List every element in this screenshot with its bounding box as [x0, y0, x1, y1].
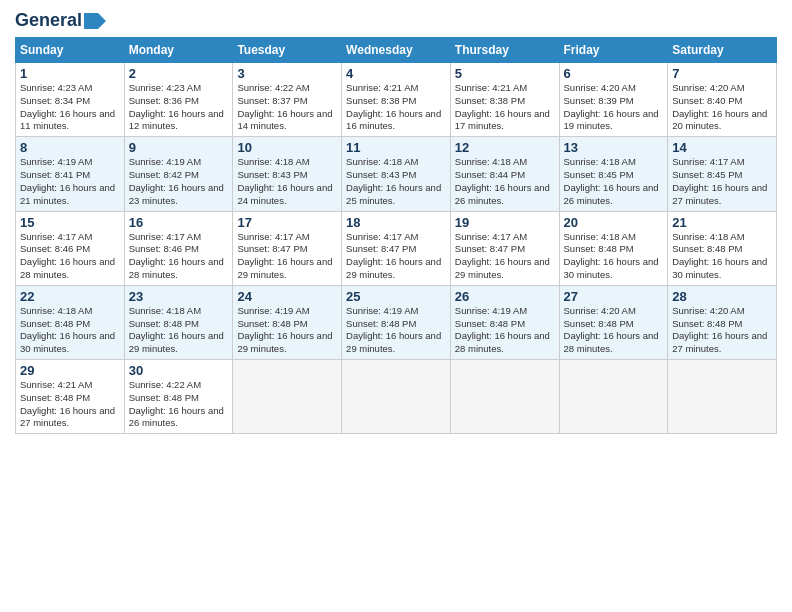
- day-number: 1: [20, 66, 120, 81]
- calendar-cell: 28 Sunrise: 4:20 AMSunset: 8:48 PMDaylig…: [668, 285, 777, 359]
- weekday-header-wednesday: Wednesday: [342, 38, 451, 63]
- calendar-cell: 26 Sunrise: 4:19 AMSunset: 8:48 PMDaylig…: [450, 285, 559, 359]
- weekday-header-tuesday: Tuesday: [233, 38, 342, 63]
- day-number: 25: [346, 289, 446, 304]
- day-info: Sunrise: 4:17 AMSunset: 8:46 PMDaylight:…: [20, 231, 120, 282]
- day-number: 26: [455, 289, 555, 304]
- calendar-cell: 7 Sunrise: 4:20 AMSunset: 8:40 PMDayligh…: [668, 63, 777, 137]
- weekday-header-monday: Monday: [124, 38, 233, 63]
- day-info: Sunrise: 4:20 AMSunset: 8:48 PMDaylight:…: [564, 305, 664, 356]
- day-number: 23: [129, 289, 229, 304]
- day-number: 22: [20, 289, 120, 304]
- weekday-header-thursday: Thursday: [450, 38, 559, 63]
- day-info: Sunrise: 4:18 AMSunset: 8:48 PMDaylight:…: [20, 305, 120, 356]
- calendar-cell: 30 Sunrise: 4:22 AMSunset: 8:48 PMDaylig…: [124, 360, 233, 434]
- logo-icon: [84, 13, 106, 29]
- weekday-header-row: SundayMondayTuesdayWednesdayThursdayFrid…: [16, 38, 777, 63]
- calendar-cell: 23 Sunrise: 4:18 AMSunset: 8:48 PMDaylig…: [124, 285, 233, 359]
- page-container: General SundayMondayTuesdayWednesdayThur…: [0, 0, 792, 444]
- day-number: 12: [455, 140, 555, 155]
- day-info: Sunrise: 4:20 AMSunset: 8:48 PMDaylight:…: [672, 305, 772, 356]
- logo-text-general: General: [15, 10, 82, 31]
- svg-marker-0: [84, 13, 106, 29]
- calendar-cell: 8 Sunrise: 4:19 AMSunset: 8:41 PMDayligh…: [16, 137, 125, 211]
- calendar-cell: [559, 360, 668, 434]
- weekday-header-saturday: Saturday: [668, 38, 777, 63]
- calendar-cell: 15 Sunrise: 4:17 AMSunset: 8:46 PMDaylig…: [16, 211, 125, 285]
- day-number: 4: [346, 66, 446, 81]
- calendar-cell: 22 Sunrise: 4:18 AMSunset: 8:48 PMDaylig…: [16, 285, 125, 359]
- week-row-3: 15 Sunrise: 4:17 AMSunset: 8:46 PMDaylig…: [16, 211, 777, 285]
- day-info: Sunrise: 4:21 AMSunset: 8:38 PMDaylight:…: [346, 82, 446, 133]
- calendar-cell: 6 Sunrise: 4:20 AMSunset: 8:39 PMDayligh…: [559, 63, 668, 137]
- week-row-5: 29 Sunrise: 4:21 AMSunset: 8:48 PMDaylig…: [16, 360, 777, 434]
- day-number: 28: [672, 289, 772, 304]
- day-number: 3: [237, 66, 337, 81]
- day-info: Sunrise: 4:19 AMSunset: 8:48 PMDaylight:…: [455, 305, 555, 356]
- week-row-1: 1 Sunrise: 4:23 AMSunset: 8:34 PMDayligh…: [16, 63, 777, 137]
- day-number: 2: [129, 66, 229, 81]
- day-number: 5: [455, 66, 555, 81]
- day-number: 11: [346, 140, 446, 155]
- calendar-cell: [342, 360, 451, 434]
- day-number: 24: [237, 289, 337, 304]
- day-info: Sunrise: 4:23 AMSunset: 8:34 PMDaylight:…: [20, 82, 120, 133]
- day-info: Sunrise: 4:17 AMSunset: 8:47 PMDaylight:…: [455, 231, 555, 282]
- calendar-cell: 12 Sunrise: 4:18 AMSunset: 8:44 PMDaylig…: [450, 137, 559, 211]
- day-number: 9: [129, 140, 229, 155]
- day-number: 20: [564, 215, 664, 230]
- day-info: Sunrise: 4:17 AMSunset: 8:47 PMDaylight:…: [237, 231, 337, 282]
- day-info: Sunrise: 4:17 AMSunset: 8:47 PMDaylight:…: [346, 231, 446, 282]
- calendar-cell: 5 Sunrise: 4:21 AMSunset: 8:38 PMDayligh…: [450, 63, 559, 137]
- day-number: 10: [237, 140, 337, 155]
- week-row-2: 8 Sunrise: 4:19 AMSunset: 8:41 PMDayligh…: [16, 137, 777, 211]
- day-number: 14: [672, 140, 772, 155]
- calendar-cell: 14 Sunrise: 4:17 AMSunset: 8:45 PMDaylig…: [668, 137, 777, 211]
- day-info: Sunrise: 4:18 AMSunset: 8:48 PMDaylight:…: [129, 305, 229, 356]
- day-info: Sunrise: 4:20 AMSunset: 8:40 PMDaylight:…: [672, 82, 772, 133]
- logo: General: [15, 10, 106, 29]
- day-info: Sunrise: 4:22 AMSunset: 8:48 PMDaylight:…: [129, 379, 229, 430]
- calendar-cell: 25 Sunrise: 4:19 AMSunset: 8:48 PMDaylig…: [342, 285, 451, 359]
- day-info: Sunrise: 4:18 AMSunset: 8:43 PMDaylight:…: [346, 156, 446, 207]
- day-info: Sunrise: 4:20 AMSunset: 8:39 PMDaylight:…: [564, 82, 664, 133]
- day-number: 15: [20, 215, 120, 230]
- day-info: Sunrise: 4:17 AMSunset: 8:46 PMDaylight:…: [129, 231, 229, 282]
- day-info: Sunrise: 4:18 AMSunset: 8:48 PMDaylight:…: [672, 231, 772, 282]
- day-info: Sunrise: 4:18 AMSunset: 8:43 PMDaylight:…: [237, 156, 337, 207]
- day-number: 6: [564, 66, 664, 81]
- day-info: Sunrise: 4:19 AMSunset: 8:48 PMDaylight:…: [237, 305, 337, 356]
- day-info: Sunrise: 4:23 AMSunset: 8:36 PMDaylight:…: [129, 82, 229, 133]
- day-info: Sunrise: 4:17 AMSunset: 8:45 PMDaylight:…: [672, 156, 772, 207]
- calendar-cell: 11 Sunrise: 4:18 AMSunset: 8:43 PMDaylig…: [342, 137, 451, 211]
- day-info: Sunrise: 4:19 AMSunset: 8:41 PMDaylight:…: [20, 156, 120, 207]
- day-number: 27: [564, 289, 664, 304]
- day-number: 16: [129, 215, 229, 230]
- calendar-cell: [450, 360, 559, 434]
- calendar-cell: [668, 360, 777, 434]
- calendar-cell: 29 Sunrise: 4:21 AMSunset: 8:48 PMDaylig…: [16, 360, 125, 434]
- week-row-4: 22 Sunrise: 4:18 AMSunset: 8:48 PMDaylig…: [16, 285, 777, 359]
- calendar-cell: 19 Sunrise: 4:17 AMSunset: 8:47 PMDaylig…: [450, 211, 559, 285]
- calendar-cell: 9 Sunrise: 4:19 AMSunset: 8:42 PMDayligh…: [124, 137, 233, 211]
- day-number: 29: [20, 363, 120, 378]
- calendar-cell: 24 Sunrise: 4:19 AMSunset: 8:48 PMDaylig…: [233, 285, 342, 359]
- calendar-cell: 3 Sunrise: 4:22 AMSunset: 8:37 PMDayligh…: [233, 63, 342, 137]
- day-number: 7: [672, 66, 772, 81]
- calendar-cell: 18 Sunrise: 4:17 AMSunset: 8:47 PMDaylig…: [342, 211, 451, 285]
- calendar-cell: 20 Sunrise: 4:18 AMSunset: 8:48 PMDaylig…: [559, 211, 668, 285]
- day-info: Sunrise: 4:21 AMSunset: 8:48 PMDaylight:…: [20, 379, 120, 430]
- calendar-cell: 27 Sunrise: 4:20 AMSunset: 8:48 PMDaylig…: [559, 285, 668, 359]
- day-number: 19: [455, 215, 555, 230]
- calendar-cell: 2 Sunrise: 4:23 AMSunset: 8:36 PMDayligh…: [124, 63, 233, 137]
- day-number: 18: [346, 215, 446, 230]
- day-info: Sunrise: 4:19 AMSunset: 8:42 PMDaylight:…: [129, 156, 229, 207]
- day-number: 30: [129, 363, 229, 378]
- calendar-cell: 13 Sunrise: 4:18 AMSunset: 8:45 PMDaylig…: [559, 137, 668, 211]
- day-info: Sunrise: 4:19 AMSunset: 8:48 PMDaylight:…: [346, 305, 446, 356]
- calendar-cell: 1 Sunrise: 4:23 AMSunset: 8:34 PMDayligh…: [16, 63, 125, 137]
- weekday-header-friday: Friday: [559, 38, 668, 63]
- weekday-header-sunday: Sunday: [16, 38, 125, 63]
- calendar-cell: 21 Sunrise: 4:18 AMSunset: 8:48 PMDaylig…: [668, 211, 777, 285]
- calendar-cell: 10 Sunrise: 4:18 AMSunset: 8:43 PMDaylig…: [233, 137, 342, 211]
